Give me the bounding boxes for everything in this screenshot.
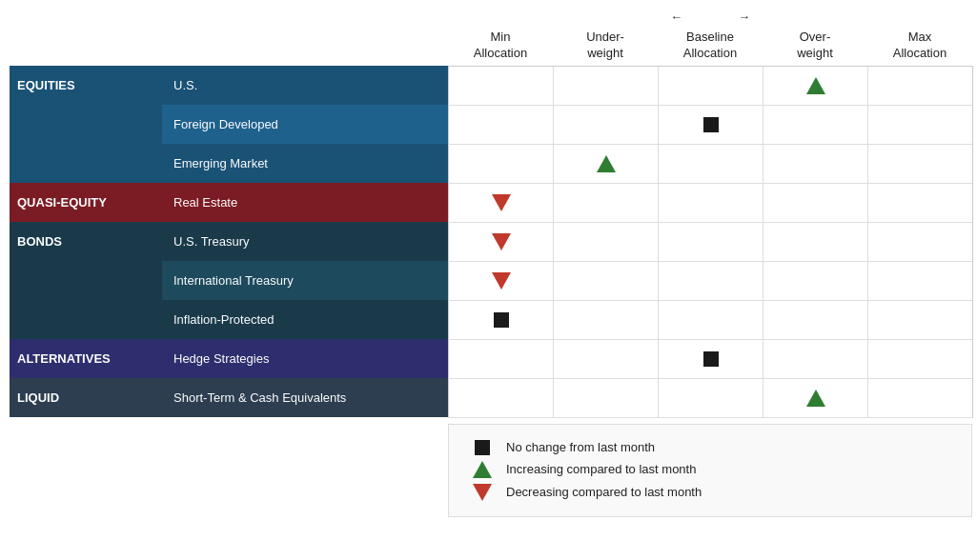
item-cell: Short-Term & Cash Equivalents: [162, 378, 448, 417]
item-cell: U.S.: [162, 66, 448, 105]
triangle-up-icon: [473, 461, 492, 478]
item-cell: Inflation-Protected: [162, 300, 448, 339]
col-header-min: MinAllocation: [448, 28, 553, 64]
data-row: [448, 223, 972, 262]
legend-area: No change from last monthIncreasing comp…: [448, 424, 972, 517]
legend-text: No change from last month: [506, 440, 655, 454]
data-cell-base: [658, 67, 763, 105]
data-cell-over: [763, 223, 867, 261]
data-cell-over: [763, 340, 867, 378]
data-cell-under: [553, 145, 658, 183]
category-cell: [10, 144, 162, 183]
triangle-down-icon: [492, 272, 511, 290]
legend-icon: [468, 461, 497, 478]
data-cell-under: [553, 106, 658, 144]
triangle-up-icon: [806, 390, 825, 407]
data-cell-base: [658, 223, 763, 261]
data-row: [448, 145, 972, 184]
data-cell-base: [658, 379, 763, 417]
triangle-down-icon: [492, 194, 511, 211]
table-row: ALTERNATIVESHedge Strategies: [10, 339, 448, 378]
data-cell-base: [658, 145, 763, 183]
data-cell-min: [448, 301, 553, 339]
legend-text: Decreasing compared to last month: [506, 485, 702, 499]
item-cell: U.S. Treasury: [162, 222, 448, 261]
data-cell-over: [763, 145, 867, 183]
data-cell-under: [553, 262, 658, 300]
item-cell: Real Estate: [162, 183, 448, 222]
data-cell-over: [763, 379, 867, 417]
data-cell-under: [553, 301, 658, 339]
table-row: Foreign Developed: [10, 105, 448, 144]
triangle-up-icon: [597, 155, 616, 172]
data-row: [448, 340, 972, 379]
data-cell-max: [867, 301, 972, 339]
data-row: [448, 184, 972, 223]
category-cell: [10, 105, 162, 144]
data-cell-max: [867, 340, 972, 378]
category-cell: [10, 300, 162, 339]
arrow-left-icon: ←: [670, 10, 682, 24]
data-cell-min: [448, 67, 553, 105]
data-cell-min: [448, 262, 553, 300]
item-cell: Hedge Strategies: [162, 339, 448, 378]
data-cell-under: [553, 184, 658, 222]
column-headers: MinAllocation Under-weight BaselineAlloc…: [448, 28, 972, 64]
data-cell-max: [867, 184, 972, 222]
square-icon: [703, 117, 719, 132]
data-cell-under: [553, 340, 658, 378]
data-cell-min: [448, 223, 553, 261]
item-cell: Foreign Developed: [162, 105, 448, 144]
data-cell-min: [448, 340, 553, 378]
main-table: EQUITIESU.S.Foreign DevelopedEmerging Ma…: [10, 66, 967, 418]
data-cell-min: [448, 106, 553, 144]
table-row: Emerging Market: [10, 144, 448, 183]
data-row: [448, 301, 972, 340]
legend-row: Decreasing compared to last month: [468, 484, 952, 501]
triangle-up-icon: [806, 77, 825, 94]
col-header-max: MaxAllocation: [867, 28, 972, 64]
data-row: [448, 262, 972, 301]
table-row: LIQUIDShort-Term & Cash Equivalents: [10, 378, 448, 417]
col-header-base: BaselineAllocation: [658, 28, 763, 64]
data-columns: [448, 66, 973, 418]
data-cell-base: [658, 262, 763, 300]
data-cell-min: [448, 379, 553, 417]
table-row: QUASI-EQUITYReal Estate: [10, 183, 448, 222]
table-row: International Treasury: [10, 261, 448, 300]
data-cell-max: [867, 262, 972, 300]
data-cell-over: [763, 262, 867, 300]
data-cell-base: [658, 301, 763, 339]
legend-row: Increasing compared to last month: [468, 461, 952, 478]
category-cell: [10, 261, 162, 300]
square-icon: [703, 351, 719, 367]
square-icon: [494, 312, 509, 328]
data-cell-base: [658, 106, 763, 144]
data-cell-base: [658, 184, 763, 222]
item-cell: Emerging Market: [162, 144, 448, 183]
data-cell-under: [553, 223, 658, 261]
table-row: BONDSU.S. Treasury: [10, 222, 448, 261]
category-cell: ALTERNATIVES: [10, 339, 162, 378]
data-cell-max: [867, 379, 972, 417]
data-cell-over: [763, 301, 867, 339]
table-row: EQUITIESU.S.: [10, 66, 448, 105]
data-cell-under: [553, 379, 658, 417]
data-cell-over: [763, 106, 867, 144]
col-header-under: Under-weight: [553, 28, 658, 64]
data-cell-min: [448, 184, 553, 222]
data-cell-max: [867, 67, 972, 105]
data-cell-over: [763, 67, 867, 105]
legend-icon: [468, 484, 497, 501]
data-cell-over: [763, 184, 867, 222]
data-row: [448, 379, 972, 418]
legend-text: Increasing compared to last month: [506, 462, 696, 476]
table-row: Inflation-Protected: [10, 300, 448, 339]
category-cell: LIQUID: [10, 378, 162, 417]
square-icon: [475, 440, 490, 455]
data-cell-max: [867, 106, 972, 144]
triangle-down-icon: [473, 484, 492, 501]
legend-row: No change from last month: [468, 440, 952, 455]
row-labels: EQUITIESU.S.Foreign DevelopedEmerging Ma…: [10, 66, 448, 418]
data-cell-max: [867, 223, 972, 261]
